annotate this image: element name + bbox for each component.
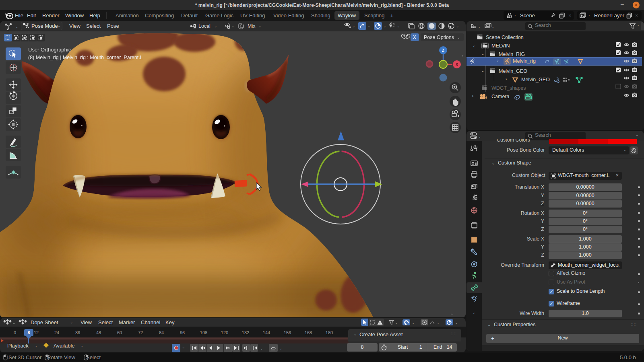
svg-text:Mix: Mix [248,23,256,29]
svg-text:⌄: ⌄ [456,24,459,28]
svg-text:⌄: ⌄ [260,346,263,350]
svg-text:⌄: ⌄ [457,35,460,39]
svg-text:⌄: ⌄ [258,24,262,28]
svg-text:X: X [456,62,458,67]
svg-text:⌄: ⌄ [478,134,481,138]
svg-text:⌄: ⌄ [412,321,415,325]
svg-text:Z: Z [442,48,444,53]
svg-text:Pose Options: Pose Options [424,35,454,40]
svg-text:User Orthographic: User Orthographic [28,47,71,53]
svg-text:⌄: ⌄ [395,321,398,325]
svg-text:⌄: ⌄ [352,24,355,28]
svg-text:⌃: ⌃ [450,313,453,317]
svg-text:⌄: ⌄ [437,321,440,325]
svg-text:⌄: ⌄ [455,321,458,325]
svg-text:⌄: ⌄ [397,24,400,28]
svg-text:⌄: ⌄ [491,25,494,29]
svg-text:⌄: ⌄ [383,24,386,28]
svg-text:Local: Local [198,23,211,29]
svg-text:(8) Melvin_rig | Melvin_rig :: (8) Melvin_rig | Melvin_rig : Mouth_corn… [28,55,143,60]
svg-text:⌄: ⌄ [231,24,235,28]
svg-text:⌄: ⌄ [367,24,371,28]
svg-text:⌄: ⌄ [279,346,283,350]
svg-text:⌄: ⌄ [12,321,16,325]
svg-text:⌄: ⌄ [214,24,217,28]
svg-text:⌄: ⌄ [15,25,19,29]
svg-text:‹: ‹ [462,53,463,58]
svg-text:⌄: ⌄ [472,310,475,315]
svg-text:⌄: ⌄ [478,25,481,29]
svg-text:X: X [413,35,417,40]
